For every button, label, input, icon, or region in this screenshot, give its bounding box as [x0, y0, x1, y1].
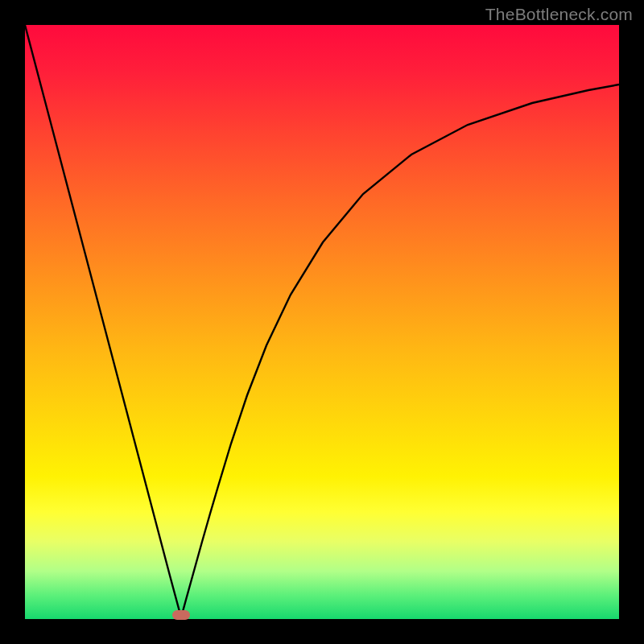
- bottleneck-curve: [25, 25, 619, 619]
- optimal-marker: [172, 610, 190, 620]
- chart-area: [25, 25, 619, 619]
- watermark-text: TheBottleneck.com: [485, 5, 633, 24]
